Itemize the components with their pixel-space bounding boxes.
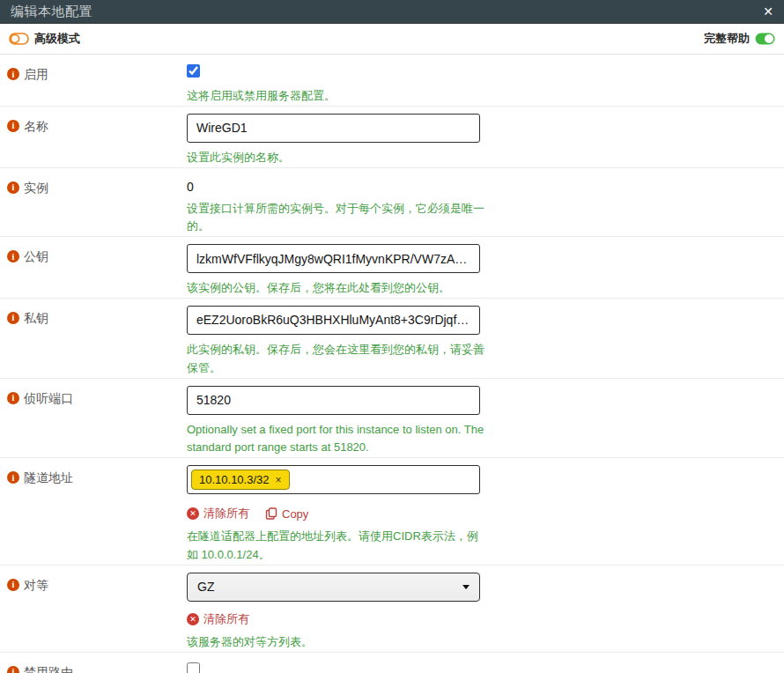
privkey-input[interactable] (187, 306, 480, 335)
info-icon[interactable] (7, 666, 19, 673)
help-text-instance: 设置接口计算所需的实例号。对于每个实例，它必须是唯一的。 (187, 200, 488, 237)
help-text-pubkey: 该实例的公钥。保存后，您将在此处看到您的公钥。 (187, 279, 488, 298)
peers-selected-value: GZ (197, 580, 214, 594)
form-row-port: 侦听端口 Optionally set a fixed port for thi… (0, 379, 784, 459)
field-label-privkey: 私钥 (0, 299, 187, 378)
form-row-name: 名称 设置此实例的名称。 (0, 107, 784, 168)
field-label-instance: 实例 (0, 168, 187, 237)
toggle-off-icon (9, 33, 29, 45)
help-text-privkey: 此实例的私钥。保存后，您会在这里看到您的私钥，请妥善保管。 (187, 341, 488, 378)
info-icon[interactable] (7, 68, 19, 80)
modal-header: 编辑本地配置 ✕ (0, 0, 784, 24)
copy-icon (265, 507, 277, 520)
info-icon[interactable] (7, 181, 19, 194)
field-label-name: 名称 (0, 107, 187, 167)
instance-value: 0 (187, 180, 504, 194)
form-row-peers: 对等 GZ 清除所有 该服务器的对等方列表。 (0, 566, 784, 653)
peers-select[interactable]: GZ (187, 573, 480, 602)
disable-routes-checkbox[interactable] (187, 662, 200, 673)
clear-circle-icon (187, 507, 199, 520)
help-text-name: 设置此实例的名称。 (187, 149, 488, 167)
clear-all-link[interactable]: 清除所有 (187, 611, 249, 627)
help-text-enabled: 这将启用或禁用服务器配置。 (187, 87, 488, 106)
info-icon[interactable] (7, 312, 19, 324)
help-text-port: Optionally set a fixed port for this ins… (187, 421, 488, 458)
form-row-routes: 禁用路由 这将阻止添加路由。通常，您只能通过本地网关和网关规则来执行此路由策略。 (0, 653, 784, 673)
tunnel-address-input[interactable]: 10.10.10.3/32 × (187, 465, 480, 494)
field-label-enabled: 启用 (0, 55, 187, 106)
name-input[interactable] (187, 114, 480, 143)
full-help-label: 完整帮助 (704, 31, 750, 47)
close-icon[interactable]: ✕ (763, 5, 773, 18)
advanced-mode-label: 高级模式 (34, 31, 80, 47)
field-label-peers: 对等 (0, 566, 187, 652)
form-row-tunnel: 隧道地址 10.10.10.3/32 × 清除所有 Copy (0, 458, 784, 566)
info-icon[interactable] (7, 250, 19, 263)
enabled-checkbox[interactable] (187, 64, 200, 78)
clear-all-link[interactable]: 清除所有 (187, 506, 249, 521)
info-icon[interactable] (7, 120, 19, 132)
form-row-enabled: 启用 这将启用或禁用服务器配置。 (0, 55, 784, 107)
address-token: 10.10.10.3/32 × (191, 470, 290, 490)
form-row-pubkey: 公钥 该实例的公钥。保存后，您将在此处看到您的公钥。 (0, 237, 784, 299)
info-icon[interactable] (7, 579, 19, 591)
pubkey-input[interactable] (187, 244, 480, 273)
form-row-instance: 实例 0 设置接口计算所需的实例号。对于每个实例，它必须是唯一的。 (0, 168, 784, 238)
info-icon[interactable] (7, 471, 19, 484)
port-input[interactable] (187, 386, 480, 415)
options-bar: 高级模式 完整帮助 (0, 24, 784, 55)
help-text-tunnel: 在隧道适配器上配置的地址列表。请使用CIDR表示法，例如 10.0.0.1/24… (187, 528, 488, 565)
token-remove-icon[interactable]: × (276, 475, 282, 485)
help-text-peers: 该服务器的对等方列表。 (187, 633, 488, 652)
field-label-routes: 禁用路由 (0, 653, 187, 673)
copy-link[interactable]: Copy (265, 507, 308, 521)
info-icon[interactable] (7, 392, 19, 404)
clear-circle-icon (187, 613, 199, 625)
form-row-privkey: 私钥 此实例的私钥。保存后，您会在这里看到您的私钥，请妥善保管。 (0, 299, 784, 379)
advanced-mode-toggle[interactable]: 高级模式 (9, 31, 80, 47)
toggle-on-icon (755, 33, 775, 45)
field-label-tunnel: 隧道地址 (0, 458, 187, 565)
chevron-down-icon (462, 585, 470, 589)
modal-title: 编辑本地配置 (11, 4, 92, 20)
field-label-pubkey: 公钥 (0, 237, 187, 298)
field-label-port: 侦听端口 (0, 379, 187, 458)
full-help-toggle[interactable]: 完整帮助 (704, 31, 775, 47)
